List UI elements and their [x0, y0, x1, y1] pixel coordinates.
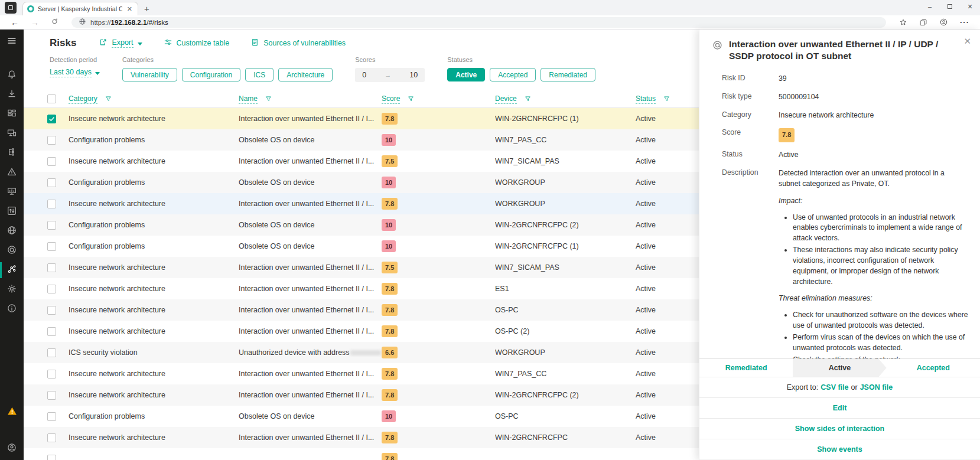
- select-all-checkbox[interactable]: [47, 94, 56, 103]
- table-row[interactable]: Insecure network architectureInteraction…: [24, 151, 699, 172]
- sidebar-item-network-map-globe[interactable]: [0, 221, 24, 241]
- funnel-icon[interactable]: [524, 95, 532, 103]
- sidebar-item-alert-triangle[interactable]: [0, 401, 24, 423]
- status-switch-remediated[interactable]: Remediated: [699, 359, 793, 377]
- row-checkbox[interactable]: [47, 433, 56, 442]
- category-chip[interactable]: ICS: [245, 68, 274, 81]
- table-row[interactable]: Insecure network architectureInteraction…: [24, 108, 699, 129]
- row-checkbox[interactable]: [47, 221, 56, 230]
- window-close-button[interactable]: ✕: [960, 0, 980, 13]
- row-checkbox[interactable]: [47, 242, 56, 251]
- row-checkbox[interactable]: [47, 136, 56, 145]
- sidebar-item-assets-devices[interactable]: [0, 124, 24, 143]
- table-row[interactable]: Insecure network architectureInteraction…: [24, 363, 699, 384]
- sidebar-item-interactions-graph[interactable]: [0, 260, 24, 280]
- window-minimize-button[interactable]: –: [920, 0, 940, 13]
- sidebar-item-traffic[interactable]: [0, 202, 24, 221]
- profile-icon[interactable]: [935, 18, 953, 27]
- score-badge: 10: [382, 410, 396, 422]
- json-file-link[interactable]: JSON file: [860, 383, 893, 392]
- sidebar-item-risk-triangle[interactable]: [0, 163, 24, 182]
- sidebar-item-info-circle[interactable]: [0, 299, 24, 319]
- sidebar-item-hamburger-menu[interactable]: [0, 32, 24, 51]
- close-icon[interactable]: ✕: [963, 36, 971, 47]
- status-chip[interactable]: Active: [447, 68, 485, 81]
- status-switch-active[interactable]: Active: [793, 359, 886, 377]
- table-row[interactable]: 7.8: [24, 448, 699, 460]
- panel-action-button[interactable]: Show sides of interaction: [795, 425, 884, 433]
- table-row[interactable]: Insecure network architectureInteraction…: [24, 278, 699, 299]
- sidebar-item-user-account[interactable]: [0, 438, 24, 460]
- row-checkbox[interactable]: [47, 370, 56, 379]
- column-header[interactable]: Device: [495, 94, 517, 104]
- table-row[interactable]: Insecure network architectureInteraction…: [24, 384, 699, 406]
- row-name: Interaction over unwanted Ethernet II / …: [239, 157, 382, 165]
- table-row[interactable]: ICS security violationUnauthorized devic…: [24, 342, 699, 363]
- collections-icon[interactable]: [914, 18, 932, 27]
- refresh-icon[interactable]: [46, 18, 63, 27]
- score-range-control[interactable]: 0 → 10: [355, 68, 425, 82]
- status-switch-accepted[interactable]: Accepted: [887, 359, 980, 377]
- funnel-icon[interactable]: [407, 95, 415, 103]
- sidebar-item-risks-target[interactable]: [0, 241, 24, 260]
- sidebar-item-events-monitor[interactable]: [0, 182, 24, 202]
- csv-file-link[interactable]: CSV file: [821, 383, 848, 392]
- table-row[interactable]: Insecure network architectureInteraction…: [24, 299, 699, 321]
- row-checkbox[interactable]: [47, 327, 56, 336]
- row-checkbox[interactable]: [47, 157, 56, 166]
- column-header[interactable]: Score: [382, 94, 400, 104]
- column-header[interactable]: Status: [636, 94, 656, 104]
- table-row[interactable]: Insecure network architectureInteraction…: [24, 193, 699, 214]
- funnel-icon[interactable]: [663, 95, 670, 103]
- tab-actions-icon[interactable]: [5, 2, 17, 14]
- row-checkbox[interactable]: [47, 115, 56, 123]
- table-row[interactable]: Insecure network architectureInteraction…: [24, 427, 699, 448]
- status-chip[interactable]: Accepted: [490, 68, 536, 81]
- row-checkbox[interactable]: [47, 178, 56, 187]
- panel-action-button[interactable]: Show events: [817, 445, 862, 454]
- sidebar-item-download-updates[interactable]: [0, 85, 24, 105]
- new-tab-button[interactable]: +: [138, 4, 155, 15]
- window-maximize-button[interactable]: [940, 0, 960, 13]
- sidebar-item-settings-gear[interactable]: [0, 280, 24, 299]
- row-checkbox[interactable]: [47, 412, 56, 421]
- table-row[interactable]: Configuration problemsObsolete OS on dev…: [24, 129, 699, 151]
- row-checkbox[interactable]: [47, 348, 56, 357]
- sidebar-item-dashboard-grid[interactable]: [0, 105, 24, 124]
- sidebar-item-process-tree[interactable]: [0, 143, 24, 163]
- funnel-icon[interactable]: [265, 95, 272, 103]
- row-checkbox[interactable]: [47, 285, 56, 293]
- category-chip[interactable]: Configuration: [182, 68, 240, 81]
- url-protocol: https://: [90, 19, 111, 26]
- funnel-icon[interactable]: [105, 95, 112, 103]
- table-row[interactable]: Insecure network architectureInteraction…: [24, 257, 699, 278]
- row-checkbox[interactable]: [47, 200, 56, 208]
- table-row[interactable]: Insecure network architectureInteraction…: [24, 321, 699, 342]
- more-menu-icon[interactable]: ···: [955, 18, 974, 27]
- header-action-0[interactable]: Export: [99, 38, 142, 48]
- favorites-star-icon[interactable]: [894, 18, 912, 27]
- sidebar-item-notifications-bell[interactable]: [0, 66, 24, 85]
- detection-period-select[interactable]: Last 30 days: [50, 68, 100, 77]
- browser-tab[interactable]: Server | Kaspersky Industrial Cybe ✕: [22, 2, 138, 15]
- column-header[interactable]: Name: [239, 94, 258, 104]
- score-badge: 6.6: [382, 347, 398, 358]
- table-row[interactable]: Configuration problemsObsolete OS on dev…: [24, 406, 699, 427]
- table-row[interactable]: Configuration problemsObsolete OS on dev…: [24, 236, 699, 257]
- row-checkbox[interactable]: [47, 263, 56, 272]
- panel-action-button[interactable]: Edit: [833, 404, 847, 412]
- header-action-1[interactable]: Customize table: [164, 38, 230, 48]
- address-bar[interactable]: https://192.168.2.1/#/risks: [71, 17, 886, 28]
- back-button[interactable]: ←: [6, 18, 24, 27]
- status-chip[interactable]: Remediated: [541, 68, 595, 81]
- table-row[interactable]: Configuration problemsObsolete OS on dev…: [24, 172, 699, 193]
- category-chip[interactable]: Architecture: [278, 68, 333, 81]
- header-action-2[interactable]: Sources of vulnerabilities: [250, 38, 346, 48]
- row-checkbox[interactable]: [47, 391, 56, 400]
- table-row[interactable]: Configuration problemsObsolete OS on dev…: [24, 214, 699, 236]
- tab-close-icon[interactable]: ✕: [126, 5, 134, 13]
- column-header[interactable]: Category: [69, 94, 97, 104]
- category-chip[interactable]: Vulnerability: [122, 68, 177, 81]
- row-checkbox[interactable]: [47, 455, 56, 460]
- row-checkbox[interactable]: [47, 306, 56, 315]
